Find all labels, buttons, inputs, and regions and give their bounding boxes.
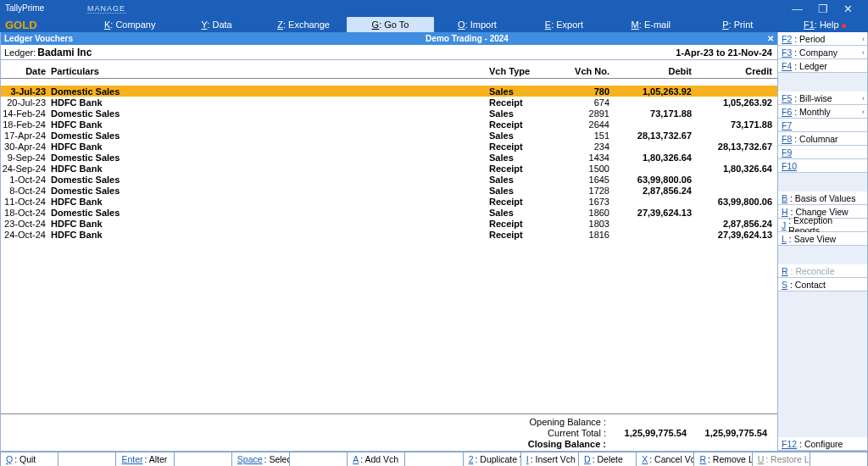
cell-vchno: 2891	[565, 108, 616, 119]
cell-date: 8-Oct-24	[1, 186, 47, 196]
table-row[interactable]: 24-Oct-24HDFC BankReceipt181627,39,624.1…	[1, 229, 777, 240]
menu-exchange[interactable]: Z: Exchange	[260, 17, 347, 32]
table-row[interactable]: 18-Oct-24Domestic SalesSales186027,39,62…	[1, 207, 777, 218]
cell-credit: 73,171.88	[697, 119, 777, 130]
table-row[interactable]: 8-Oct-24Domestic SalesSales17282,87,856.…	[1, 185, 777, 196]
column-headers: Date Particulars Vch Type Vch No. Debit …	[1, 60, 777, 79]
cell-vchtype: Receipt	[489, 119, 565, 130]
table-row[interactable]: 30-Apr-24HDFC BankReceipt23428,13,732.67	[1, 141, 777, 152]
ledger-name: Badami Inc	[37, 47, 92, 58]
cell-particulars: HDFC Bank	[47, 197, 489, 207]
main-pane: Ledger Vouchers Demo Trading - 2024 ✕ Le…	[0, 32, 778, 452]
shortcut-quit[interactable]: Q: Quit	[0, 452, 58, 466]
current-label: Current Total :	[1, 428, 611, 438]
table-row[interactable]: 23-Oct-24HDFC BankReceipt18032,87,856.24	[1, 218, 777, 229]
current-cr: 1,25,99,775.54	[692, 428, 772, 438]
cell-vchtype: Sales	[489, 86, 565, 97]
table-row[interactable]: 1-Oct-24Domestic SalesSales164563,99,800…	[1, 174, 777, 185]
menu-help[interactable]: F1: Help	[782, 17, 868, 32]
col-vchtype: Vch Type	[489, 66, 565, 76]
cell-vchno: 1500	[565, 164, 616, 174]
ledger-info: Ledger: Badami Inc 1-Apr-23 to 21-Nov-24	[1, 45, 777, 60]
cell-particulars: Domestic Sales	[47, 153, 489, 163]
table-row[interactable]: 17-Apr-24Domestic SalesSales15128,13,732…	[1, 130, 777, 141]
shortcut-insvch[interactable]: I: Insert Vch	[521, 452, 579, 466]
window-maximize-icon[interactable]: ❐	[818, 3, 828, 15]
sidebar-f5[interactable]: F5: Bill-wise‹	[778, 92, 867, 105]
shortcut-blank	[175, 452, 232, 466]
cell-vchno: 2644	[565, 119, 616, 130]
current-dr: 1,25,99,775.54	[611, 428, 692, 438]
sidebar-l[interactable]: L: Save View	[778, 232, 867, 246]
shortcut-cancel[interactable]: X: Cancel Vch	[637, 452, 694, 466]
shortcut-delete[interactable]: D: Delete	[579, 452, 637, 466]
cell-particulars: HDFC Bank	[47, 141, 489, 152]
cell-particulars: Domestic Sales	[47, 108, 489, 119]
date-range: 1-Apr-23 to 21-Nov-24	[676, 47, 772, 58]
window-close-icon[interactable]: ✕	[843, 3, 853, 15]
cell-vchtype: Receipt	[489, 197, 565, 207]
shortcut-restline: U: Restore Line	[753, 452, 810, 466]
cell-date: 17-Apr-24	[1, 130, 47, 141]
menu-goto[interactable]: G: Go To	[347, 17, 433, 32]
table-row[interactable]: 9-Sep-24Domestic SalesSales14341,80,326.…	[1, 152, 777, 163]
sidebar-f4[interactable]: F4: Ledger	[778, 59, 867, 73]
cell-vchtype: Sales	[489, 153, 565, 163]
table-row[interactable]: 14-Feb-24Domestic SalesSales289173,171.8…	[1, 108, 777, 119]
shortcut-addvch[interactable]: A: Add Vch	[348, 452, 405, 466]
edition-label: GOLD	[0, 17, 86, 32]
cell-particulars: Domestic Sales	[47, 130, 489, 141]
shortcut-blank	[405, 452, 463, 466]
sidebar-f3[interactable]: F3: Company‹	[778, 46, 867, 59]
shortcut-select[interactable]: Space: Select	[232, 452, 290, 466]
shortcut-dupvch[interactable]: 2: Duplicate Vch	[464, 452, 521, 466]
cell-vchno: 151	[565, 130, 616, 141]
cell-vchtype: Receipt	[489, 230, 565, 240]
cell-vchtype: Sales	[489, 130, 565, 141]
cell-vchtype: Sales	[489, 175, 565, 185]
cell-debit: 1,80,326.64	[616, 153, 697, 163]
window-minimize-icon[interactable]: —	[792, 3, 803, 15]
menu-data[interactable]: Y: Data	[173, 17, 259, 32]
cell-date: 11-Oct-24	[1, 197, 47, 207]
voucher-grid[interactable]: 3-Jul-23Domestic SalesSales7801,05,263.9…	[1, 79, 777, 413]
sidebar-s[interactable]: S: Contact	[778, 278, 867, 291]
cell-vchtype: Receipt	[489, 219, 565, 229]
report-close-icon[interactable]: ✕	[764, 34, 777, 43]
shortcut-blank	[58, 452, 116, 466]
cell-date: 23-Oct-24	[1, 219, 47, 229]
cell-date: 18-Oct-24	[1, 208, 47, 218]
sidebar-b[interactable]: B: Basis of Values	[778, 191, 867, 205]
menu-export[interactable]: E: Export	[520, 17, 607, 32]
sidebar-f8[interactable]: F8: Columnar	[778, 132, 867, 146]
cell-debit: 2,87,856.24	[616, 186, 697, 196]
table-row[interactable]: 11-Oct-24HDFC BankReceipt167363,99,800.0…	[1, 196, 777, 207]
table-row[interactable]: 3-Jul-23Domestic SalesSales7801,05,263.9…	[1, 86, 777, 97]
shortcut-blank	[290, 452, 348, 466]
menu-import[interactable]: O: Import	[434, 17, 520, 32]
cell-vchtype: Receipt	[489, 97, 565, 108]
main-menu: GOLD K: CompanyY: DataZ: ExchangeG: Go T…	[0, 17, 868, 32]
cell-vchtype: Receipt	[489, 164, 565, 174]
cell-date: 24-Sep-24	[1, 164, 47, 174]
shortcut-alter[interactable]: Enter: Alter	[116, 452, 174, 466]
cell-credit: 27,39,624.13	[697, 230, 777, 240]
sidebar-f12[interactable]: F12: Configure	[778, 437, 867, 451]
shortcut-remline[interactable]: R: Remove Line	[694, 452, 752, 466]
cell-vchno: 1434	[565, 153, 616, 163]
table-row[interactable]: 20-Jul-23HDFC BankReceipt6741,05,263.92	[1, 97, 777, 108]
menu-company[interactable]: K: Company	[86, 17, 173, 32]
menu-email[interactable]: M: E-mail	[608, 17, 694, 32]
menu-print[interactable]: P: Print	[694, 17, 781, 32]
app-name: TallyPrime	[5, 4, 86, 13]
cell-credit: 1,80,326.64	[697, 164, 777, 174]
sidebar-f2[interactable]: F2: Period‹	[778, 32, 867, 46]
table-row[interactable]: 24-Sep-24HDFC BankReceipt15001,80,326.64	[1, 163, 777, 174]
table-row[interactable]: 18-Feb-24HDFC BankReceipt264473,171.88	[1, 119, 777, 130]
col-debit: Debit	[616, 66, 697, 76]
cell-date: 24-Oct-24	[1, 230, 47, 240]
sidebar-f6[interactable]: F6: Monthly‹	[778, 105, 867, 119]
sidebar-j[interactable]: J: Exception Reports	[778, 219, 867, 232]
manage-link[interactable]: MANAGE	[86, 4, 126, 14]
shortcut-blank	[810, 452, 868, 466]
